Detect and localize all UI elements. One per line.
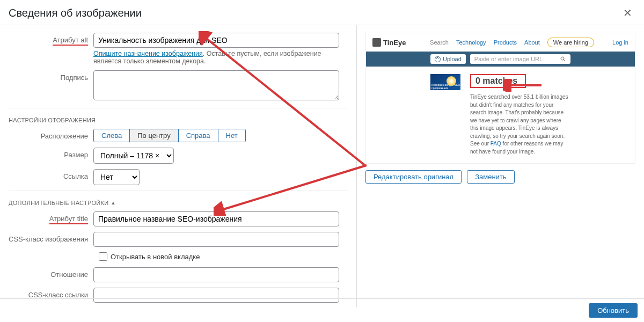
- te-upload-button: Upload: [430, 54, 466, 64]
- right-panel: TinEye Search Technology Products About …: [357, 25, 644, 307]
- rel-input[interactable]: [93, 267, 339, 282]
- preview-image: TinEye Search Technology Products About …: [365, 33, 635, 164]
- te-url-input: Paste or enter image URL: [470, 54, 570, 64]
- alt-hint: Опишите назначение изображения. Оставьте…: [93, 50, 339, 65]
- tineye-logo: TinEye: [372, 38, 406, 47]
- svg-line-1: [564, 60, 566, 62]
- te-nav-about: About: [524, 39, 540, 46]
- css-link-label: CSS-класс ссылки: [9, 288, 93, 299]
- te-thumbnail: Изображения для SEO продвижения: [430, 74, 460, 90]
- te-nav-login: Log in: [612, 39, 628, 46]
- newtab-label: Открывать в новой вкладке: [111, 253, 200, 261]
- display-section-heading: Настройки отображения: [9, 108, 348, 129]
- caret-up-icon: ▲: [111, 200, 115, 206]
- te-nav-products: Products: [494, 39, 517, 46]
- search-icon: [560, 56, 566, 62]
- link-label: Ссылка: [9, 169, 93, 180]
- te-nav-hiring: We are hiring: [547, 38, 594, 47]
- dialog-title: Сведения об изображении: [9, 7, 142, 19]
- advanced-section-heading[interactable]: Дополнительные настройки▲: [9, 191, 348, 211]
- left-panel: Атрибут alt Опишите назначение изображен…: [0, 25, 357, 307]
- css-img-input[interactable]: [93, 232, 339, 247]
- te-nav-tech: Technology: [456, 39, 486, 46]
- align-label: Расположение: [9, 129, 93, 140]
- te-result-text: TinEye searched over 53.1 billion images…: [470, 93, 570, 156]
- dialog-footer: Обновить: [0, 298, 644, 322]
- align-none-button[interactable]: Нет: [218, 129, 245, 142]
- caption-input[interactable]: [93, 70, 339, 100]
- newtab-checkbox[interactable]: [99, 252, 107, 261]
- rel-label: Отношение: [9, 267, 93, 279]
- upload-icon: [435, 56, 441, 62]
- align-center-button[interactable]: По центру: [130, 129, 178, 142]
- css-img-label: CSS-класс изображения: [9, 232, 93, 243]
- size-select[interactable]: Полный – 1178 × 450: [93, 148, 174, 164]
- link-select[interactable]: Нет: [93, 169, 140, 185]
- tineye-icon: [372, 38, 381, 47]
- size-label: Размер: [9, 148, 93, 159]
- edit-original-button[interactable]: Редактировать оригинал: [365, 170, 462, 184]
- replace-button[interactable]: Заменить: [467, 170, 514, 184]
- alt-hint-link[interactable]: Опишите назначение изображения: [93, 50, 203, 57]
- update-button[interactable]: Обновить: [589, 303, 638, 318]
- te-faq-link: FAQ: [491, 141, 501, 147]
- dialog-header: Сведения об изображении ✕: [0, 0, 644, 25]
- alt-label: Атрибут alt: [9, 33, 93, 46]
- align-left-button[interactable]: Слева: [94, 129, 130, 142]
- caption-label: Подпись: [9, 70, 93, 82]
- title-attr-label: Атрибут title: [9, 211, 93, 224]
- align-right-button[interactable]: Справа: [179, 129, 218, 142]
- align-group: Слева По центру Справа Нет: [93, 129, 246, 142]
- close-icon[interactable]: ✕: [620, 6, 635, 19]
- te-nav-search: Search: [430, 39, 449, 46]
- alt-input[interactable]: [93, 33, 339, 48]
- title-attr-input[interactable]: [93, 211, 339, 226]
- te-matches-box: 0 matches: [470, 74, 526, 88]
- svg-point-0: [561, 57, 564, 60]
